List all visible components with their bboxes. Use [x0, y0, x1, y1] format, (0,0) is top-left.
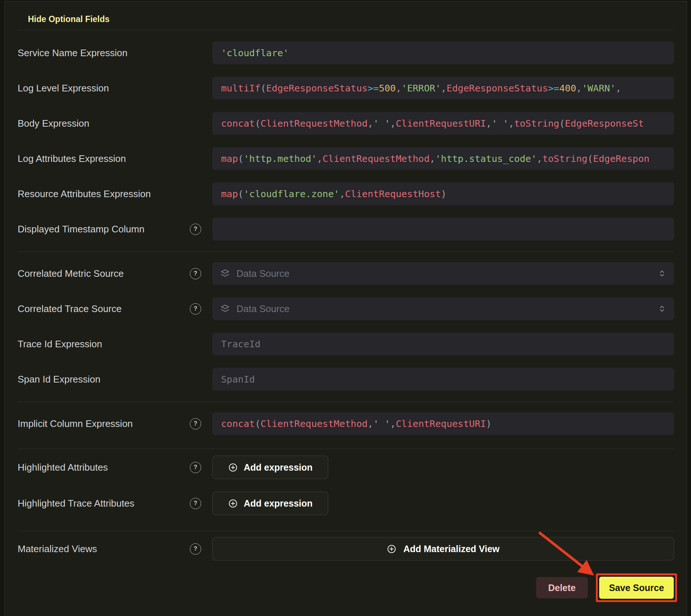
implicit-column-expression-input[interactable]: concat(ClientRequestMethod, ' ', ClientR…: [212, 412, 674, 435]
help-icon[interactable]: ?: [190, 543, 201, 555]
save-source-button[interactable]: Save Source: [599, 577, 674, 599]
form-row-resource-attributes: Resource Attributes Expression map('clou…: [18, 182, 674, 205]
section-divider: [18, 30, 674, 30]
source-form-panel: Hide Optional Fields Service Name Expres…: [4, 1, 687, 616]
correlated-metric-source-label: Correlated Metric Source: [18, 268, 124, 279]
stack-icon: [220, 303, 231, 314]
form-row-log-attributes: Log Attributes Expression map('http.meth…: [18, 147, 674, 170]
section-divider: [18, 531, 674, 531]
section-divider: [18, 449, 674, 449]
displayed-timestamp-column-label: Displayed Timestamp Column: [18, 223, 144, 235]
log-attributes-expression-label: Log Attributes Expression: [18, 153, 126, 164]
hide-optional-fields-toggle[interactable]: Hide Optional Fields: [28, 14, 109, 24]
log-level-expression-input[interactable]: multiIf(EdgeResponseStatus >= 500, 'ERRO…: [212, 77, 674, 99]
form-row-correlated-metric: Correlated Metric Source ? Data Source: [18, 262, 674, 285]
form-row-service-name: Service Name Expression 'cloudflare': [18, 41, 674, 64]
form-footer: Delete Save Source: [18, 573, 674, 602]
help-icon[interactable]: ?: [190, 268, 201, 279]
displayed-timestamp-column-input[interactable]: [212, 218, 674, 240]
highlighted-attributes-label: Highlighted Attributes: [18, 461, 108, 473]
help-icon[interactable]: ?: [190, 462, 201, 473]
help-icon[interactable]: ?: [190, 224, 201, 235]
form-row-trace-id: Trace Id Expression: [18, 333, 674, 355]
form-row-highlighted-trace-attributes: Highlighted Trace Attributes ? Add expre…: [18, 492, 674, 515]
add-materialized-view-label: Add Materialized View: [403, 544, 499, 554]
span-id-expression-input[interactable]: [212, 368, 674, 391]
form-row-displayed-timestamp: Displayed Timestamp Column ?: [18, 218, 674, 240]
add-expression-button[interactable]: Add expression: [212, 456, 328, 479]
help-icon[interactable]: ?: [190, 303, 201, 315]
highlighted-trace-attributes-label: Highlighted Trace Attributes: [18, 497, 134, 509]
form-row-correlated-trace: Correlated Trace Source ? Data Source: [18, 297, 674, 320]
form-row-log-level: Log Level Expression multiIf(EdgeRespons…: [18, 77, 674, 99]
add-materialized-view-button[interactable]: Add Materialized View: [212, 537, 674, 561]
span-id-expression-label: Span Id Expression: [18, 373, 100, 385]
trace-id-expression-input[interactable]: [212, 333, 674, 355]
service-name-expression-input[interactable]: 'cloudflare': [212, 41, 674, 64]
circle-plus-icon: [387, 544, 397, 554]
correlated-trace-source-select[interactable]: Data Source: [212, 297, 674, 320]
section-divider: [18, 402, 674, 402]
add-expression-label: Add expression: [244, 462, 313, 473]
circle-plus-icon: [228, 499, 238, 508]
resource-attributes-expression-label: Resource Attributes Expression: [18, 188, 151, 200]
body-expression-input[interactable]: concat(ClientRequestMethod, ' ', ClientR…: [212, 112, 674, 135]
log-level-expression-label: Log Level Expression: [18, 82, 109, 94]
add-expression-button[interactable]: Add expression: [212, 492, 328, 515]
form-row-materialized-views: Materialized Views ? Add Materialized Vi…: [18, 537, 674, 561]
select-placeholder: Data Source: [236, 303, 290, 315]
form-row-highlighted-attributes: Highlighted Attributes ? Add expression: [18, 456, 674, 479]
form-row-body: Body Expression concat(ClientRequestMeth…: [18, 112, 674, 135]
annotation-highlight-box: Save Source: [596, 573, 677, 602]
circle-plus-icon: [228, 463, 238, 472]
form-row-span-id: Span Id Expression: [18, 368, 674, 391]
section-divider: [18, 251, 674, 252]
log-attributes-expression-input[interactable]: map('http.method', ClientRequestMethod, …: [212, 147, 674, 170]
service-name-expression-label: Service Name Expression: [18, 47, 127, 59]
implicit-column-expression-label: Implicit Column Expression: [18, 418, 133, 430]
body-expression-label: Body Expression: [18, 117, 89, 129]
materialized-views-label: Materialized Views: [18, 543, 97, 555]
select-placeholder: Data Source: [236, 268, 290, 279]
chevron-up-down-icon: [657, 269, 667, 278]
form-row-implicit-column: Implicit Column Expression ? concat(Clie…: [18, 412, 674, 435]
chevron-up-down-icon: [657, 304, 667, 314]
correlated-metric-source-select[interactable]: Data Source: [212, 262, 674, 285]
trace-id-expression-label: Trace Id Expression: [18, 338, 102, 350]
stack-icon: [220, 268, 231, 279]
help-icon[interactable]: ?: [190, 418, 201, 430]
add-expression-label: Add expression: [244, 498, 313, 509]
correlated-trace-source-label: Correlated Trace Source: [18, 303, 122, 315]
help-icon[interactable]: ?: [190, 498, 201, 509]
delete-button[interactable]: Delete: [536, 577, 588, 598]
resource-attributes-expression-input[interactable]: map('cloudflare.zone', ClientRequestHost…: [212, 182, 674, 205]
